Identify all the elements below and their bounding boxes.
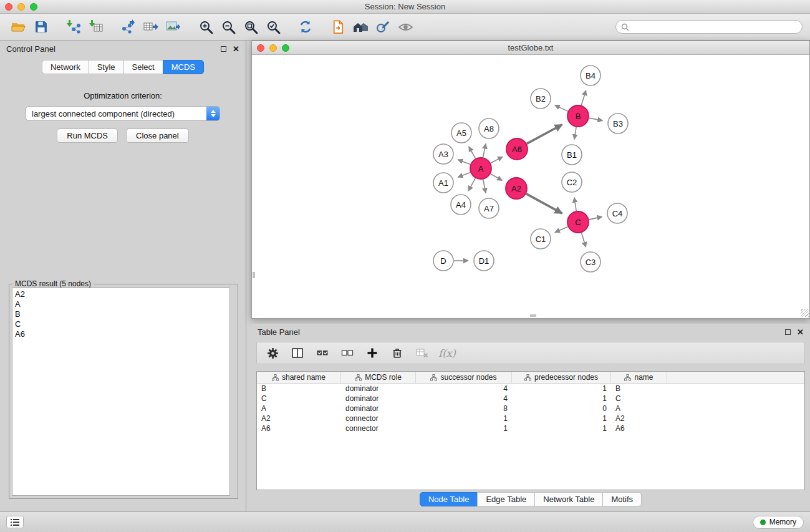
graph-edge-A-A4[interactable] [468,178,475,191]
import-network-button[interactable] [62,16,85,37]
tab-mcds[interactable]: MCDS [163,60,204,74]
function-builder-button[interactable]: f(x) [438,344,456,362]
graph-edge-A-A5[interactable] [469,147,476,158]
select-all-button[interactable] [313,344,332,362]
graph-edge-A6-B[interactable] [527,125,562,144]
zoom-fit-button[interactable] [239,16,262,37]
close-panel-button[interactable]: Close panel [126,128,189,143]
run-mcds-button[interactable]: Run MCDS [57,128,118,143]
graph-node-D1[interactable]: D1 [474,251,494,271]
graph-edge-C-C2[interactable] [574,198,576,211]
home-button[interactable] [349,16,372,37]
search-box[interactable] [615,20,803,34]
graph-node-C3[interactable]: C3 [581,252,600,272]
tab-node-table[interactable]: Node Table [420,492,478,506]
graph-node-C2[interactable]: C2 [562,172,582,192]
network-minimize-button[interactable] [269,44,277,52]
graph-edge-A-A7[interactable] [483,180,486,193]
network-canvas[interactable]: B4B2BB3A5A8A6B1A3AC2A1A2A4A7CC4C1C3DD1 [252,55,809,317]
network-close-button[interactable] [257,44,264,52]
tab-motifs[interactable]: Motifs [602,492,642,506]
graph-node-B4[interactable]: B4 [581,65,600,85]
graph-node-C1[interactable]: C1 [531,229,551,249]
graph-edge-B-B2[interactable] [555,105,568,112]
graph-node-A4[interactable]: A4 [451,195,471,215]
mcds-result-item[interactable]: C [12,319,229,329]
canvas-vertical-scroll-hint[interactable] [253,272,255,278]
save-session-button[interactable] [30,16,52,37]
tab-network[interactable]: Network [42,60,89,74]
graph-edge-B-B4[interactable] [581,90,586,105]
column-header-MCDS-role[interactable]: MCDS role [341,372,416,383]
zoom-window-button[interactable] [30,3,37,11]
minimize-window-button[interactable] [17,3,25,11]
close-window-button[interactable] [5,3,12,11]
graph-edge-A-A2[interactable] [491,174,503,181]
graph-edge-A-A1[interactable] [458,172,470,177]
graph-edge-C-C3[interactable] [581,233,586,247]
tab-edge-table[interactable]: Edge Table [477,492,535,506]
mcds-result-item[interactable]: B [12,309,229,319]
export-image-button[interactable] [162,16,185,37]
table-row[interactable]: Cdominator41C [257,394,804,404]
mcds-result-item[interactable]: A [12,299,229,309]
delete-table-button[interactable] [413,344,432,362]
column-header-predecessor-nodes[interactable]: predecessor nodes [512,372,611,383]
zoom-in-button[interactable] [195,16,217,37]
tab-network-table[interactable]: Network Table [534,492,603,506]
mcds-result-list[interactable]: A2ABCA6 [12,288,230,496]
memory-button[interactable]: Memory [753,516,804,529]
column-header-successor-nodes[interactable]: successor nodes [416,372,512,383]
close-panel-icon[interactable]: ✕ [233,45,239,53]
graph-edge-A-A8[interactable] [483,144,486,158]
zoom-selected-button[interactable] [262,16,284,37]
open-file-button[interactable] [327,16,349,37]
graph-node-C4[interactable]: C4 [607,203,627,223]
column-header-shared-name[interactable]: shared name [257,372,341,383]
graph-edge-A-A3[interactable] [458,160,470,165]
graph-edge-B-B3[interactable] [589,118,603,120]
float-panel-icon[interactable] [221,46,226,52]
window-resize-grip[interactable] [801,309,809,317]
tab-select[interactable]: Select [123,60,163,74]
mcds-result-item[interactable]: A6 [12,329,229,339]
graph-node-B[interactable]: B [567,105,589,127]
graph-edge-A-A6[interactable] [491,157,503,163]
canvas-horizontal-scroll-hint[interactable] [530,314,536,317]
graph-node-A2[interactable]: A2 [506,178,527,199]
network-zoom-button[interactable] [282,44,289,52]
graph-node-A1[interactable]: A1 [433,173,453,193]
float-table-panel-icon[interactable] [785,329,791,335]
search-input[interactable] [633,22,797,31]
mcds-result-item[interactable]: A2 [12,289,229,299]
open-session-button[interactable] [7,16,30,37]
graph-node-B2[interactable]: B2 [531,89,551,109]
table-row[interactable]: A6connector11A6 [257,423,804,433]
graph-node-D[interactable]: D [433,251,453,271]
zoom-out-button[interactable] [217,16,239,37]
task-history-button[interactable] [6,516,24,528]
show-hide-button[interactable] [394,16,417,37]
table-row[interactable]: Bdominator41B [257,384,804,394]
tab-style[interactable]: Style [89,60,124,74]
graph-node-A5[interactable]: A5 [451,123,471,143]
graph-node-A3[interactable]: A3 [433,144,453,164]
show-columns-button[interactable] [288,344,307,362]
optimization-criterion-dropdown[interactable]: largest connected component (directed) [26,106,220,121]
export-network-button[interactable] [117,16,140,37]
add-column-button[interactable] [363,344,382,362]
graph-edge-C-C1[interactable] [555,226,568,232]
graph-node-B1[interactable]: B1 [562,145,582,165]
refresh-view-button[interactable] [294,16,317,37]
graph-node-A[interactable]: A [470,158,491,179]
annotation-mode-button[interactable] [372,16,394,37]
graph-node-C[interactable]: C [567,211,589,233]
column-header-name[interactable]: name [611,372,667,383]
table-row[interactable]: A2connector11A2 [257,414,804,423]
graph-node-A6[interactable]: A6 [506,138,528,160]
graph-node-A7[interactable]: A7 [479,198,499,218]
graph-edge-A2-C[interactable] [526,194,562,214]
graph-node-B3[interactable]: B3 [608,114,628,133]
graph-node-A8[interactable]: A8 [479,118,499,138]
delete-column-button[interactable] [388,344,407,362]
